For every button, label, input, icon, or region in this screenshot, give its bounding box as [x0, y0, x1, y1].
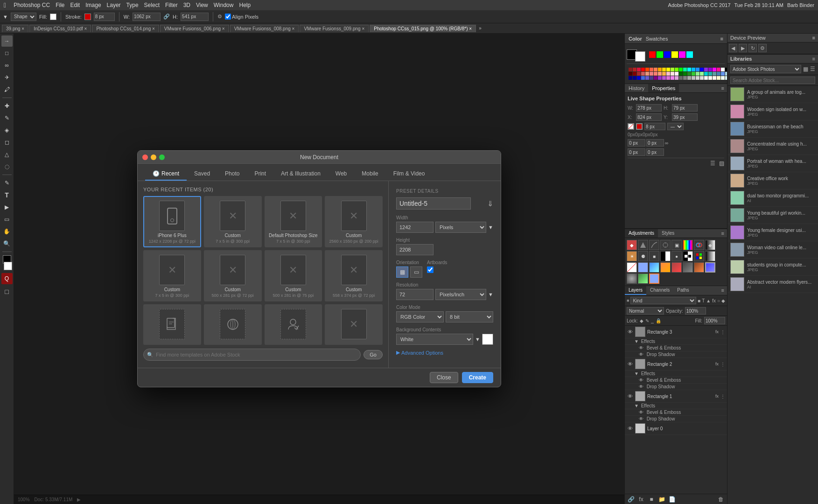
apple-menu[interactable]: : [4, 1, 6, 9]
layer-0[interactable]: 👁 Layer 0: [625, 422, 727, 435]
lock-transparent-btn[interactable]: ◆: [640, 318, 643, 323]
swatch-61[interactable]: [679, 76, 683, 80]
swatch-17[interactable]: [696, 68, 699, 71]
swatch-67[interactable]: [704, 76, 708, 80]
template-default-ps[interactable]: ✕ Default Photoshop Size 7 x 5 in @ 300 …: [265, 196, 322, 247]
menu-view[interactable]: View: [196, 2, 208, 8]
fill-input[interactable]: [704, 317, 725, 324]
swatch-59[interactable]: [671, 76, 674, 80]
menu-photoshop[interactable]: Photoshop CC: [14, 2, 50, 8]
eye-icon-layer0[interactable]: 👁: [627, 425, 633, 432]
lib-item-0[interactable]: A group of animals are tog... JPEG: [727, 86, 818, 103]
stroke-type-select[interactable]: —: [667, 123, 684, 130]
history-tab[interactable]: History: [625, 84, 648, 92]
swatch-56[interactable]: [658, 76, 662, 80]
swatch-43[interactable]: [704, 72, 708, 76]
swatch-60[interactable]: [675, 76, 678, 80]
artboards-checkbox[interactable]: [427, 266, 433, 273]
gear-icon[interactable]: ⚙: [217, 14, 222, 20]
lib-item-11[interactable]: Abstract vector modern flyers... AI: [727, 276, 818, 293]
layer-rectangle1[interactable]: 👁 Rectangle 1 fx ⋮: [625, 390, 727, 403]
opacity-input[interactable]: [685, 307, 706, 315]
tab-vmware008[interactable]: VMware Fusionss_008.png ×: [230, 25, 299, 32]
width-input[interactable]: 1062 px: [133, 13, 161, 21]
swatch-37[interactable]: [679, 72, 683, 76]
new-layer-btn[interactable]: 📄: [668, 495, 676, 504]
swatch-8[interactable]: [658, 68, 662, 71]
invert-btn[interactable]: [660, 251, 671, 261]
hand-tool[interactable]: ✋: [1, 226, 13, 237]
effects-arrow-2[interactable]: ▼: [634, 371, 639, 376]
filter-toggle[interactable]: ◆: [721, 298, 725, 303]
background-color[interactable]: [4, 262, 12, 270]
swatch-22[interactable]: [717, 68, 720, 71]
height-prop-input[interactable]: [672, 104, 698, 112]
swatch-63[interactable]: [687, 76, 691, 80]
filter-icon-5[interactable]: ○: [717, 298, 720, 303]
drop-shadow-rect3[interactable]: 👁 Drop Shadow: [625, 351, 727, 358]
libraries-menu[interactable]: ≡: [812, 56, 815, 62]
portrait-btn[interactable]: ▩: [396, 266, 408, 278]
delete-layer-btn[interactable]: 🗑: [717, 495, 725, 504]
quick-mask-tool[interactable]: Q: [1, 273, 13, 284]
swatch-40[interactable]: [692, 72, 695, 76]
layers-tab-channels[interactable]: Channels: [646, 286, 673, 295]
menu-layer[interactable]: Layer: [107, 2, 121, 8]
kind-select[interactable]: Kind: [630, 297, 696, 304]
resolution-unit-select[interactable]: Pixels/Inch: [435, 289, 486, 300]
style-6[interactable]: [694, 262, 704, 273]
lib-item-9[interactable]: Woman video call online le... JPEG: [727, 241, 818, 259]
stroke-size-prop[interactable]: [644, 123, 665, 130]
swatch-29[interactable]: [645, 72, 649, 76]
swatch-18[interactable]: [700, 68, 704, 71]
paste-icon[interactable]: ▨: [719, 160, 724, 167]
go-button[interactable]: Go: [364, 350, 383, 359]
template-special-1[interactable]: [143, 304, 201, 345]
swatch-13[interactable]: [679, 68, 683, 71]
template-custom-3[interactable]: ✕ Custom 7 x 5 in @ 300 ppi: [143, 250, 201, 301]
swatch-31[interactable]: [654, 72, 657, 76]
template-custom-2[interactable]: ✕ Custom 2560 x 1550 px @ 200 ppi: [325, 196, 383, 247]
template-custom-7[interactable]: ✕: [325, 304, 383, 345]
corner-tr-input[interactable]: [646, 139, 664, 147]
zoom-tool[interactable]: 🔍: [1, 238, 13, 249]
modal-tab-saved[interactable]: Saved: [187, 168, 217, 181]
move-tool[interactable]: →: [1, 35, 13, 47]
layer-menu-rect2[interactable]: ⋮: [720, 362, 725, 367]
curves-btn[interactable]: [649, 240, 659, 250]
style-7[interactable]: [705, 262, 715, 273]
dp-settings-btn[interactable]: ⚙: [758, 44, 767, 52]
style-10[interactable]: [649, 273, 659, 284]
eraser-tool[interactable]: ◻: [1, 137, 13, 148]
swatch-10[interactable]: [666, 68, 670, 71]
swatch-4[interactable]: [641, 68, 645, 71]
swatch-55[interactable]: [654, 76, 657, 80]
swatch-46[interactable]: [717, 72, 720, 76]
eyedropper-tool[interactable]: 🖍: [1, 84, 13, 95]
swatch-19[interactable]: [704, 68, 708, 71]
exposure-btn[interactable]: [660, 240, 671, 250]
style-4[interactable]: [671, 262, 682, 273]
photo-filter-btn[interactable]: ☀: [627, 251, 637, 261]
blue-swatch[interactable]: [664, 51, 671, 58]
bevel-emboss-rect3[interactable]: 👁 Bevel & Emboss: [625, 345, 727, 351]
menu-image[interactable]: Image: [85, 2, 101, 8]
swatch-9[interactable]: [662, 68, 666, 71]
shape-tool[interactable]: ▭: [1, 214, 13, 225]
tab-39png[interactable]: 39.png ×: [2, 25, 28, 32]
blend-mode-select[interactable]: Normal: [627, 307, 664, 315]
swatch-21[interactable]: [713, 68, 716, 71]
gradient-tool[interactable]: △: [1, 149, 13, 160]
selective-color-btn[interactable]: [694, 251, 704, 261]
fullscreen-traffic-light[interactable]: [159, 154, 165, 160]
adjustments-tab[interactable]: Adjustments: [625, 229, 658, 238]
hsl-btn[interactable]: [683, 240, 693, 250]
style-9[interactable]: [638, 273, 648, 284]
modal-tab-print[interactable]: Print: [247, 168, 273, 181]
modal-tab-web[interactable]: Web: [328, 168, 354, 181]
swatch-44[interactable]: [708, 72, 712, 76]
layers-panel-menu[interactable]: ≡: [719, 286, 727, 295]
lib-item-8[interactable]: Young female designer usi... JPEG: [727, 224, 818, 241]
dp-prev-btn[interactable]: ◀: [729, 44, 737, 52]
fill-color-icon[interactable]: [628, 123, 634, 130]
